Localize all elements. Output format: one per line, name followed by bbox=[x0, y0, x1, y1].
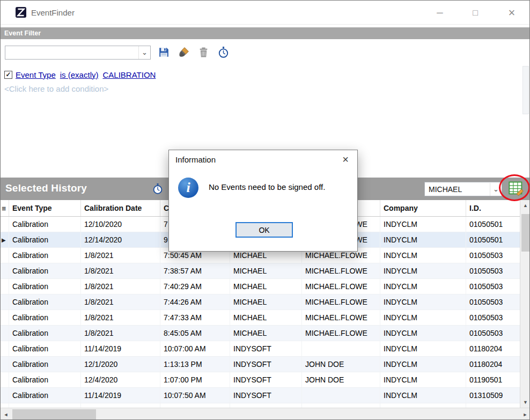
cell-company: INDYCLM bbox=[380, 357, 466, 372]
vertical-scrollbar-thumb[interactable] bbox=[521, 214, 529, 252]
condition-field-link[interactable]: Event Type bbox=[16, 70, 56, 79]
cell-calibration-time: 8:45:05 AM bbox=[160, 326, 230, 341]
scroll-down-icon[interactable]: ▼ bbox=[520, 397, 530, 408]
cell-technician: MICHAEL bbox=[230, 326, 302, 341]
row-indicator bbox=[1, 279, 9, 294]
cell-company: INDYCLM bbox=[380, 310, 466, 325]
add-condition-hint[interactable]: <Click here to add condition> bbox=[4, 84, 108, 93]
brush-icon bbox=[178, 52, 190, 60]
clear-filter-button[interactable] bbox=[177, 46, 190, 60]
cell-event-type: Calibration bbox=[9, 217, 81, 232]
row-indicator bbox=[1, 341, 9, 356]
cell-calibration-date: 12/1/2020 bbox=[81, 357, 160, 372]
cell-technician: MICHAEL bbox=[230, 279, 302, 294]
cell-performed-by bbox=[302, 388, 380, 403]
cell-performed-by: MICHAEL.FLOWE bbox=[302, 326, 380, 341]
user-combobox-value: MICHAEL bbox=[425, 185, 490, 194]
condition-operator-link[interactable]: is (exactly) bbox=[60, 70, 99, 79]
cell-calibration-time: 10:07:00 AM bbox=[160, 341, 230, 356]
cell-id: 01050503 bbox=[466, 279, 520, 294]
cell-event-type: Calibration bbox=[9, 326, 81, 341]
cell-event-type: Calibration bbox=[9, 403, 81, 408]
col-header-id[interactable]: I.D. bbox=[466, 200, 520, 216]
cell-id: 01050503 bbox=[466, 310, 520, 325]
cell-calibration-time: 1:13:13 PM bbox=[160, 357, 230, 372]
cell-calibration-date: 12/14/2020 bbox=[81, 232, 160, 247]
cell-event-type: Calibration bbox=[9, 248, 81, 263]
cell-technician: INDYSOFT bbox=[230, 372, 302, 387]
horizontal-scrollbar-thumb[interactable] bbox=[12, 409, 96, 419]
cell-technician: MICHAEL bbox=[230, 310, 302, 325]
dialog-title: Information bbox=[175, 155, 216, 164]
scroll-left-icon[interactable]: ◄ bbox=[1, 408, 11, 420]
chevron-down-icon: ⌄ bbox=[138, 46, 150, 59]
table-row[interactable]: Calibration 11/20/2020 7:40:20 AM MICHAE… bbox=[1, 403, 520, 408]
row-indicator bbox=[1, 263, 9, 278]
cell-performed-by: MICHAEL.FLOWE bbox=[302, 294, 380, 310]
event-filter-section-header: Event Filter bbox=[1, 27, 529, 39]
cell-id: 01310510 bbox=[466, 403, 520, 408]
table-row[interactable]: Calibration 11/14/2019 10:07:00 AM INDYS… bbox=[1, 341, 520, 357]
table-row[interactable]: Calibration 11/14/2019 10:07:50 AM INDYS… bbox=[1, 388, 520, 403]
cell-calibration-date: 11/20/2020 bbox=[81, 403, 160, 408]
cell-event-type: Calibration bbox=[9, 388, 81, 403]
scroll-right-icon[interactable]: ► bbox=[520, 408, 530, 420]
table-row[interactable]: Calibration 12/1/2020 1:13:13 PM INDYSOF… bbox=[1, 357, 520, 372]
save-filter-button[interactable] bbox=[157, 46, 171, 60]
cell-technician: INDYSOFT bbox=[230, 341, 302, 356]
cell-calibration-date: 1/8/2021 bbox=[81, 326, 160, 341]
ok-button[interactable]: OK bbox=[235, 222, 293, 238]
app-logo-icon bbox=[15, 6, 27, 18]
table-row[interactable]: Calibration 1/8/2021 7:44:26 AM MICHAEL … bbox=[1, 294, 520, 310]
cell-performed-by: MICHAEL.FLOWE bbox=[302, 263, 380, 278]
cell-performed-by bbox=[302, 341, 380, 356]
info-icon: i bbox=[178, 178, 198, 198]
row-indicator bbox=[1, 294, 9, 310]
table-row[interactable]: Calibration 1/8/2021 7:47:33 AM MICHAEL … bbox=[1, 310, 520, 326]
cell-performed-by: JOHN DOE bbox=[302, 372, 380, 387]
history-stopwatch-icon[interactable] bbox=[152, 183, 164, 195]
maximize-button[interactable]: □ bbox=[463, 1, 488, 25]
cell-company: INDYCLM bbox=[380, 372, 466, 387]
vertical-scrollbar[interactable]: ▲ ▼ bbox=[520, 200, 530, 408]
minimize-button[interactable]: ─ bbox=[428, 1, 452, 25]
horizontal-scrollbar[interactable]: ◄ ► bbox=[1, 408, 530, 420]
condition-value-link[interactable]: CALIBRATION bbox=[102, 70, 156, 79]
table-row[interactable]: Calibration 1/8/2021 7:40:29 AM MICHAEL … bbox=[1, 279, 520, 294]
delete-filter-button[interactable] bbox=[197, 46, 210, 60]
table-row[interactable]: Calibration 12/4/2020 1:07:00 PM INDYSOF… bbox=[1, 372, 520, 388]
scroll-up-icon[interactable]: ▲ bbox=[520, 200, 530, 211]
cell-technician: MICHAEL bbox=[230, 294, 302, 310]
grid-corner-header[interactable]: ≣ bbox=[1, 200, 9, 216]
user-combobox[interactable]: MICHAEL ⌄ bbox=[424, 182, 502, 196]
event-filter-title: Event Filter bbox=[4, 30, 41, 37]
table-row[interactable]: Calibration 1/8/2021 7:38:57 AM MICHAEL … bbox=[1, 263, 520, 279]
cell-company: INDYCLM bbox=[380, 217, 466, 232]
col-header-calibration-date[interactable]: Calibration Date bbox=[81, 200, 160, 216]
filter-scrollbar[interactable] bbox=[522, 66, 529, 114]
cell-technician: MICHAEL bbox=[230, 403, 302, 408]
dialog-close-button[interactable]: × bbox=[338, 152, 353, 166]
col-header-company[interactable]: Company bbox=[380, 200, 466, 216]
cell-performed-by: MICHAEL.FLOWE bbox=[302, 310, 380, 325]
save-icon bbox=[158, 52, 170, 60]
selected-history-title: Selected History bbox=[5, 182, 87, 194]
sign-off-button[interactable] bbox=[507, 180, 525, 198]
close-button[interactable]: × bbox=[499, 1, 524, 25]
col-header-event-type[interactable]: Event Type bbox=[9, 200, 81, 216]
cell-id: 01190501 bbox=[466, 372, 520, 387]
cell-id: 01050503 bbox=[466, 248, 520, 263]
run-filter-button[interactable] bbox=[217, 46, 230, 60]
cell-id: 01050503 bbox=[466, 263, 520, 278]
stopwatch-icon bbox=[217, 52, 230, 60]
cell-event-type: Calibration bbox=[9, 341, 81, 356]
cell-company: INDYCLM bbox=[380, 279, 466, 294]
cell-calibration-time: 7:40:20 AM bbox=[160, 403, 230, 408]
row-indicator bbox=[1, 217, 9, 232]
table-row[interactable]: Calibration 1/8/2021 8:45:05 AM MICHAEL … bbox=[1, 326, 520, 341]
cell-calibration-time: 7:47:33 AM bbox=[160, 310, 230, 325]
cell-performed-by: MICHAEL.FLOWE bbox=[302, 279, 380, 294]
condition-checkbox[interactable]: ✓ bbox=[4, 71, 12, 79]
filter-preset-combobox[interactable]: ⌄ bbox=[5, 46, 151, 60]
row-indicator bbox=[1, 326, 9, 341]
